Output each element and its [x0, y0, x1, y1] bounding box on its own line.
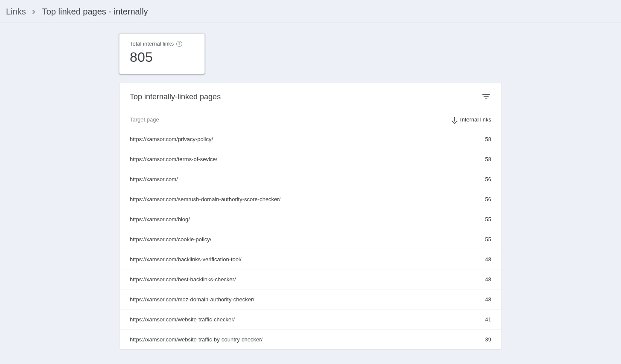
col-target-page[interactable]: Target page — [130, 116, 159, 123]
row-url: https://xamsor.com/website-traffic-by-co… — [130, 336, 262, 343]
row-url: https://xamsor.com/backlinks-verificatio… — [130, 256, 242, 263]
row-url: https://xamsor.com/ — [130, 176, 178, 182]
total-internal-links-card: Total internal links ? 805 — [119, 33, 205, 74]
row-count: 48 — [485, 296, 491, 303]
row-url: https://xamsor.com/moz-domain-authority-… — [130, 296, 254, 303]
table-row[interactable]: https://xamsor.com/terms-of-sevice/58 — [120, 149, 501, 169]
row-count: 55 — [485, 216, 491, 222]
table-row[interactable]: https://xamsor.com/best-backlinks-checke… — [120, 269, 501, 289]
stat-label: Total internal links — [130, 40, 174, 47]
table-row[interactable]: https://xamsor.com/cookie-policy/55 — [120, 229, 501, 249]
row-count: 56 — [485, 196, 491, 202]
filter-icon[interactable] — [481, 92, 491, 102]
row-url: https://xamsor.com/cookie-policy/ — [130, 236, 211, 243]
breadcrumb: Links Top linked pages - internally — [0, 0, 621, 23]
row-url: https://xamsor.com/privacy-policy/ — [130, 136, 213, 142]
row-url: https://xamsor.com/blog/ — [130, 216, 190, 222]
chevron-right-icon — [32, 9, 36, 15]
column-header-row: Target page Internal links — [120, 110, 501, 129]
row-count: 41 — [485, 316, 491, 323]
col-internal-links-label: Internal links — [460, 116, 491, 123]
breadcrumb-root[interactable]: Links — [6, 7, 26, 17]
row-url: https://xamsor.com/terms-of-sevice/ — [130, 156, 217, 162]
stat-value: 805 — [130, 49, 194, 65]
table-row[interactable]: https://xamsor.com/backlinks-verificatio… — [120, 249, 501, 269]
table-row[interactable]: https://xamsor.com/semrush-domain-author… — [120, 189, 501, 209]
table-title: Top internally-linked pages — [130, 92, 221, 101]
row-count: 39 — [485, 336, 491, 343]
row-url: https://xamsor.com/website-traffic-check… — [130, 316, 235, 323]
row-url: https://xamsor.com/semrush-domain-author… — [130, 196, 280, 202]
table-row[interactable]: https://xamsor.com/blog/55 — [120, 209, 501, 229]
table-row[interactable]: https://xamsor.com/website-traffic-by-co… — [120, 329, 501, 349]
table-row[interactable]: https://xamsor.com/56 — [120, 169, 501, 189]
row-count: 58 — [485, 136, 491, 142]
table-row[interactable]: https://xamsor.com/privacy-policy/58 — [120, 129, 501, 149]
row-count: 58 — [485, 156, 491, 162]
row-url: https://xamsor.com/best-backlinks-checke… — [130, 276, 236, 283]
sort-desc-icon — [452, 117, 458, 123]
linked-pages-table: Top internally-linked pages Target page … — [119, 83, 502, 350]
col-internal-links[interactable]: Internal links — [452, 116, 491, 123]
breadcrumb-current: Top linked pages - internally — [42, 7, 148, 17]
row-count: 48 — [485, 256, 491, 263]
help-icon[interactable]: ? — [176, 41, 182, 47]
row-count: 48 — [485, 276, 491, 283]
row-count: 56 — [485, 176, 491, 182]
row-count: 55 — [485, 236, 491, 243]
table-row[interactable]: https://xamsor.com/website-traffic-check… — [120, 309, 501, 329]
table-row[interactable]: https://xamsor.com/moz-domain-authority-… — [120, 289, 501, 309]
